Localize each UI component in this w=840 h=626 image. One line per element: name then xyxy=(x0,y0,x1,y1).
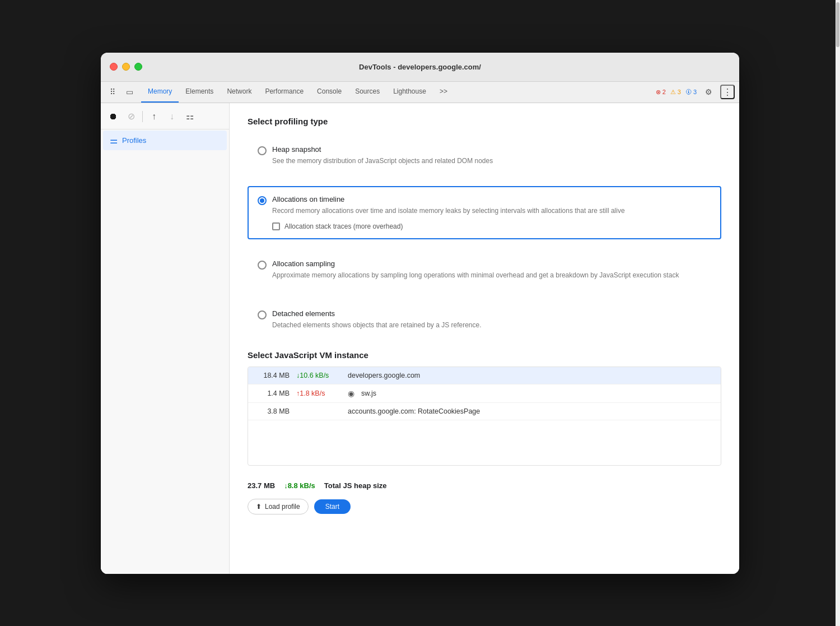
option-heap-snapshot[interactable]: Heap snapshot See the memory distributio… xyxy=(248,136,721,175)
devtools-tab-bar: ⠿ ▭ Memory Elements Network Performance … xyxy=(101,82,739,103)
settings-icon[interactable]: ⚙ xyxy=(701,85,716,99)
tab-more[interactable]: >> xyxy=(433,81,454,103)
profiles-label: Profiles xyxy=(122,136,146,145)
radio-allocations-timeline[interactable] xyxy=(258,196,267,205)
vm-rate-0: ↓10.6 kB/s xyxy=(296,372,341,379)
radio-detached-elements[interactable] xyxy=(258,310,267,319)
close-button[interactable] xyxy=(110,63,118,71)
vm-section-title: Select JavaScript VM instance xyxy=(248,350,721,360)
action-buttons: ⬆ Load profile Start xyxy=(248,499,721,514)
section-title-profiling: Select profiling type xyxy=(248,117,721,126)
checkbox-label-stack-traces: Allocation stack traces (more overhead) xyxy=(284,222,403,230)
option-title-detached: Detached elements xyxy=(272,309,711,318)
window-title: DevTools - developers.google.com/ xyxy=(359,63,481,71)
tab-network[interactable]: Network xyxy=(220,81,258,103)
error-badge: ⊗ 2 xyxy=(656,89,666,96)
vm-empty-area xyxy=(248,420,721,465)
option-desc-sampling: Approximate memory allocations by sampli… xyxy=(272,270,711,280)
vm-name-2: accounts.google.com: RotateCookiesPage xyxy=(348,407,480,415)
vm-row-0[interactable]: 18.4 MB ↓10.6 kB/s developers.google.com xyxy=(248,367,721,384)
checkbox-stack-traces[interactable] xyxy=(272,222,280,230)
tab-lighthouse[interactable]: Lighthouse xyxy=(386,81,433,103)
footer-label: Total JS heap size xyxy=(324,481,387,490)
option-desc-detached: Detached elements shows objects that are… xyxy=(272,320,711,330)
device-toolbar-icon[interactable]: ▭ xyxy=(122,85,137,99)
warning-badge: ⚠ 3 xyxy=(670,89,681,96)
profiles-icon: ⚌ xyxy=(110,135,118,146)
footer-total-size: 23.7 MB xyxy=(248,481,275,490)
sidebar: ⏺ ⊘ ↑ ↓ ⚏ ⚌ Profiles xyxy=(101,103,230,574)
more-options-icon[interactable]: ⋮ xyxy=(720,85,735,99)
tab-memory[interactable]: Memory xyxy=(141,81,179,103)
vm-size-0: 18.4 MB xyxy=(256,372,290,379)
error-icon: ⊗ xyxy=(656,89,661,96)
load-profile-button[interactable]: ⬆ Load profile xyxy=(248,499,309,514)
info-badge: 🛈 3 xyxy=(685,89,697,95)
inspect-icon[interactable]: ⠿ xyxy=(105,85,120,99)
tab-elements[interactable]: Elements xyxy=(179,81,220,103)
record-button[interactable]: ⏺ xyxy=(105,109,121,124)
tab-console[interactable]: Console xyxy=(310,81,348,103)
option-desc-heap: See the memory distribution of JavaScrip… xyxy=(272,156,711,166)
maximize-button[interactable] xyxy=(134,63,142,71)
warning-icon: ⚠ xyxy=(670,89,676,96)
option-allocations-timeline[interactable]: Allocations on timeline Record memory al… xyxy=(248,186,721,239)
tab-icon-group: ⠿ ▭ xyxy=(105,85,137,99)
radio-allocation-sampling[interactable] xyxy=(258,261,267,270)
title-bar: DevTools - developers.google.com/ xyxy=(101,53,739,82)
option-detached-elements[interactable]: Detached elements Detached elements show… xyxy=(248,300,721,339)
option-desc-allocations: Record memory allocations over time and … xyxy=(272,206,711,216)
vm-dot-1: ◉ xyxy=(348,389,354,398)
footer-bar: 23.7 MB ↓8.8 kB/s Total JS heap size xyxy=(248,475,721,499)
download-button[interactable]: ↓ xyxy=(164,109,180,124)
traffic-lights xyxy=(110,63,142,71)
radio-heap-snapshot[interactable] xyxy=(258,146,267,155)
devtools-body: ⏺ ⊘ ↑ ↓ ⚏ ⚌ Profiles Select profiling ty… xyxy=(101,103,739,574)
upload-button[interactable]: ↑ xyxy=(146,109,162,124)
option-title-allocations: Allocations on timeline xyxy=(272,195,711,203)
vm-size-1: 1.4 MB xyxy=(256,389,290,397)
vm-instance-table: 18.4 MB ↓10.6 kB/s developers.google.com… xyxy=(248,367,721,466)
radio-inner-dot xyxy=(260,198,264,203)
vm-row-2[interactable]: 3.8 MB accounts.google.com: RotateCookie… xyxy=(248,403,721,420)
info-icon: 🛈 xyxy=(685,89,692,95)
vm-name-1: sw.js xyxy=(361,389,376,397)
vm-size-2: 3.8 MB xyxy=(256,407,290,415)
sidebar-toolbar: ⏺ ⊘ ↑ ↓ ⚏ xyxy=(101,106,229,129)
vm-row-1[interactable]: 1.4 MB ↑1.8 kB/s ◉ sw.js xyxy=(248,384,721,403)
stop-button[interactable]: ⊘ xyxy=(123,109,139,124)
option-title-heap: Heap snapshot xyxy=(272,145,711,154)
main-content: Select profiling type Heap snapshot See … xyxy=(230,103,739,574)
toolbar-divider xyxy=(142,111,143,122)
vm-name-0: developers.google.com xyxy=(348,372,420,379)
checkbox-row-stack-traces: Allocation stack traces (more overhead) xyxy=(272,222,711,230)
option-allocation-sampling[interactable]: Allocation sampling Approximate memory a… xyxy=(248,251,721,289)
tabs-right-section: ⊗ 2 ⚠ 3 🛈 3 ⚙ ⋮ xyxy=(656,85,735,99)
clear-button[interactable]: ⚏ xyxy=(182,109,198,124)
vm-rate-1: ↑1.8 kB/s xyxy=(296,389,341,397)
minimize-button[interactable] xyxy=(122,63,130,71)
tab-performance[interactable]: Performance xyxy=(258,81,310,103)
sidebar-item-profiles[interactable]: ⚌ Profiles xyxy=(103,131,227,150)
tab-sources[interactable]: Sources xyxy=(348,81,386,103)
footer-rate: ↓8.8 kB/s xyxy=(284,481,315,490)
start-button[interactable]: Start xyxy=(314,499,351,514)
upload-icon-load: ⬆ xyxy=(256,503,262,511)
devtools-window: DevTools - developers.google.com/ ⠿ ▭ Me… xyxy=(101,53,739,574)
option-title-sampling: Allocation sampling xyxy=(272,259,711,268)
